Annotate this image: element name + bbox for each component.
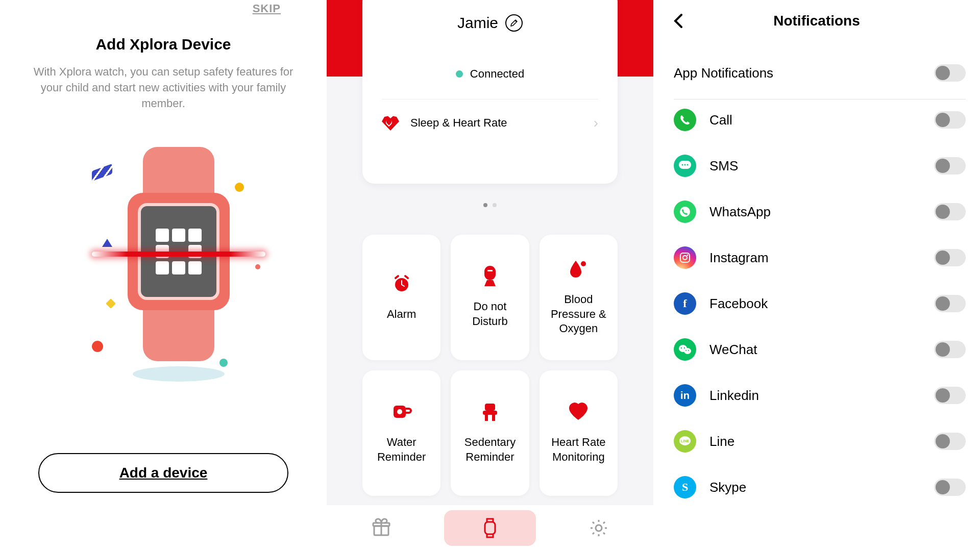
notif-label: Linkedin <box>709 388 921 404</box>
tab-settings[interactable] <box>553 510 645 546</box>
tile-sedentary[interactable]: Sedentary Reminder <box>451 370 529 496</box>
toggle-instagram[interactable] <box>934 249 966 266</box>
notif-label: WeChat <box>709 342 921 358</box>
blood-icon <box>568 259 589 279</box>
divider <box>382 99 598 99</box>
confetti-dot <box>219 359 228 367</box>
toggle-whatsapp[interactable] <box>934 203 966 220</box>
svg-point-26 <box>685 350 687 351</box>
user-name: Jamie <box>457 14 498 32</box>
notif-row-line: LINE Line <box>674 430 966 453</box>
svg-text:LINE: LINE <box>681 439 689 443</box>
edit-name-button[interactable] <box>505 14 523 32</box>
tile-water[interactable]: Water Reminder <box>362 370 440 496</box>
scan-line <box>92 252 265 257</box>
sleep-heartrate-row[interactable]: Sleep & Heart Rate › <box>382 115 598 131</box>
tile-label: Sedentary Reminder <box>451 435 529 464</box>
watch-illustration <box>61 147 265 361</box>
notif-row-facebook: f Facebook <box>674 292 966 315</box>
notifications-title: Notifications <box>683 13 950 29</box>
notif-label: Skype <box>709 480 921 495</box>
svg-point-15 <box>682 164 683 166</box>
notif-row-skype: S Skype <box>674 476 966 498</box>
instagram-icon <box>674 246 696 269</box>
svg-point-25 <box>684 347 685 348</box>
master-toggle[interactable] <box>934 64 966 82</box>
gift-icon <box>371 518 391 538</box>
svg-point-17 <box>687 164 689 166</box>
notif-label: SMS <box>709 158 921 174</box>
water-icon <box>391 402 412 422</box>
notif-row-instagram: Instagram <box>674 246 966 269</box>
feature-grid: Alarm Do not Disturb Blood Pressure & Ox… <box>362 235 618 496</box>
notif-row-call: Call <box>674 109 966 131</box>
notif-label: Facebook <box>709 296 921 312</box>
svg-point-21 <box>687 255 689 256</box>
heart-icon <box>568 402 589 422</box>
sedentary-icon <box>480 402 500 422</box>
tile-label: Do not Disturb <box>451 299 529 329</box>
onboarding-screen: SKIP Add Xplora Device With Xplora watch… <box>0 0 327 551</box>
svg-point-3 <box>581 261 586 266</box>
watch-icon <box>481 517 499 539</box>
toggle-facebook[interactable] <box>934 295 966 312</box>
svg-rect-1 <box>484 266 496 280</box>
sms-icon <box>674 155 696 177</box>
svg-point-18 <box>680 207 690 217</box>
notif-row-linkedin: in Linkedin <box>674 384 966 407</box>
add-device-button[interactable]: Add a device <box>38 453 288 493</box>
pager-dots <box>327 203 653 207</box>
divider <box>674 99 966 99</box>
svg-point-5 <box>397 409 402 414</box>
dashboard-screen: Jamie Connected Sleep & Heart Rate › <box>327 0 653 551</box>
toggle-linkedin[interactable] <box>934 387 966 404</box>
notif-label: Line <box>709 434 921 449</box>
notif-row-whatsapp: WhatsApp <box>674 201 966 223</box>
toggle-sms[interactable] <box>934 157 966 174</box>
svg-point-16 <box>684 164 686 166</box>
tab-watch[interactable] <box>444 510 536 546</box>
tab-gift[interactable] <box>335 510 427 546</box>
notif-row-wechat: WeChat <box>674 338 966 361</box>
whatsapp-icon <box>674 201 696 223</box>
toggle-wechat[interactable] <box>934 341 966 358</box>
skip-link[interactable]: SKIP <box>253 2 281 15</box>
tile-blood[interactable]: Blood Pressure & Oxygen <box>540 235 618 360</box>
pager-dot[interactable] <box>483 203 487 207</box>
phone-icon <box>674 109 696 131</box>
master-toggle-row: App Notifications <box>674 64 966 82</box>
pager-dot[interactable] <box>493 203 497 207</box>
facebook-icon: f <box>674 292 696 315</box>
confetti-triangle <box>102 239 112 247</box>
toggle-skype[interactable] <box>934 479 966 496</box>
tile-alarm[interactable]: Alarm <box>362 235 440 360</box>
toggle-line[interactable] <box>934 433 966 450</box>
pencil-icon <box>510 19 518 27</box>
confetti-dot <box>106 298 116 309</box>
connection-status-label: Connected <box>470 67 524 81</box>
alarm-icon <box>391 273 412 294</box>
notif-label: WhatsApp <box>709 204 921 220</box>
heart-sleep-icon <box>382 115 399 131</box>
notif-label: Call <box>709 112 921 128</box>
confetti-squiggle <box>92 164 112 182</box>
toggle-call[interactable] <box>934 111 966 129</box>
onboarding-subtitle: With Xplora watch, you can setup safety … <box>31 64 296 111</box>
chevron-left-icon <box>674 14 683 28</box>
svg-point-23 <box>684 348 691 354</box>
dnd-icon <box>480 266 500 286</box>
tile-heart-rate[interactable]: Heart Rate Monitoring <box>540 370 618 496</box>
back-button[interactable] <box>674 14 683 28</box>
svg-rect-2 <box>487 270 493 271</box>
svg-rect-19 <box>680 253 690 262</box>
confetti-dot <box>255 264 260 269</box>
notif-label: Instagram <box>709 250 921 266</box>
user-name-row: Jamie <box>382 14 598 32</box>
onboarding-title: Add Xplora Device <box>95 36 231 53</box>
tile-dnd[interactable]: Do not Disturb <box>451 235 529 360</box>
linkedin-icon: in <box>674 384 696 407</box>
chevron-right-icon: › <box>594 115 598 131</box>
notifications-screen: Notifications App Notifications Call SMS… <box>653 0 980 551</box>
notifications-header: Notifications <box>674 3 966 39</box>
tile-label: Heart Rate Monitoring <box>540 435 618 464</box>
